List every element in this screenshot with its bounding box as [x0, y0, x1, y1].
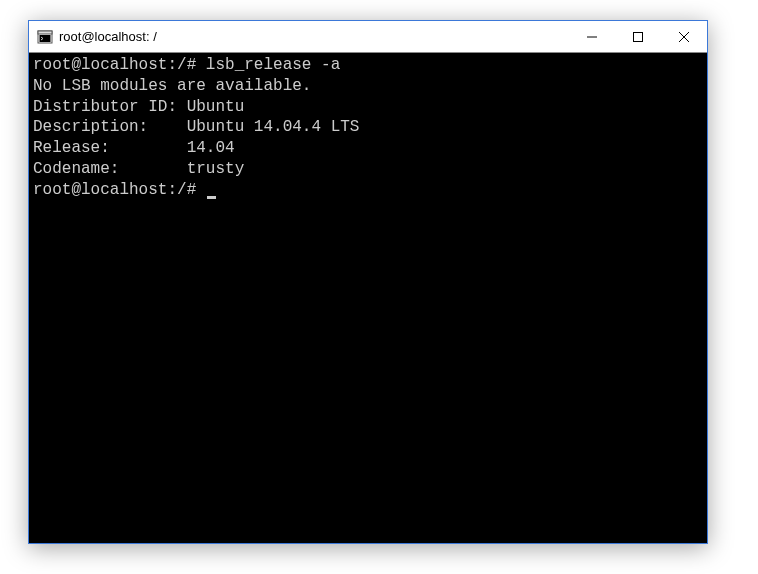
output-line: Release: 14.04: [33, 139, 235, 157]
output-line: Codename: trusty: [33, 160, 244, 178]
window-title: root@localhost: /: [59, 29, 157, 44]
terminal-output[interactable]: root@localhost:/# lsb_release -a No LSB …: [29, 53, 707, 543]
svg-rect-1: [38, 31, 52, 34]
minimize-button[interactable]: [569, 21, 615, 52]
command-text: lsb_release -a: [206, 56, 340, 74]
maximize-button[interactable]: [615, 21, 661, 52]
terminal-window: root@localhost: / root@localhost:/# lsb_…: [28, 20, 708, 544]
cursor: [207, 196, 216, 199]
close-button[interactable]: [661, 21, 707, 52]
terminal-icon: [37, 29, 53, 45]
titlebar[interactable]: root@localhost: /: [29, 21, 707, 53]
prompt: root@localhost:/#: [33, 56, 196, 74]
output-line: Distributor ID: Ubuntu: [33, 98, 244, 116]
output-line: Description: Ubuntu 14.04.4 LTS: [33, 118, 359, 136]
window-controls: [569, 21, 707, 52]
prompt: root@localhost:/#: [33, 181, 196, 199]
svg-rect-2: [40, 35, 51, 42]
svg-rect-4: [634, 32, 643, 41]
output-line: No LSB modules are available.: [33, 77, 311, 95]
